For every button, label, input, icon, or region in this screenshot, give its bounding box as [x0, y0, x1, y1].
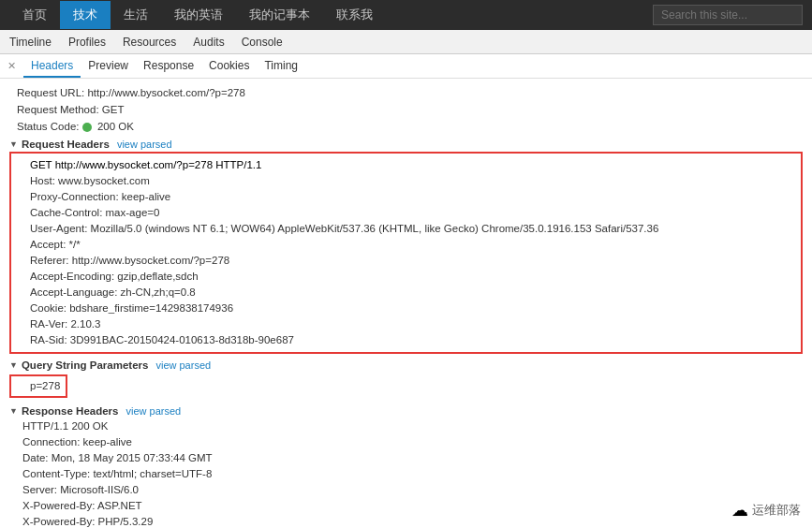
request-headers-section-header[interactable]: ▼ Request Headers view parsed	[9, 139, 803, 150]
triangle-icon-query: ▼	[9, 360, 18, 370]
cloud-icon: ☁	[731, 500, 748, 521]
devtools-nav-audits[interactable]: Audits	[189, 32, 228, 52]
tab-headers[interactable]: Headers	[23, 55, 81, 78]
tab-cookies[interactable]: Cookies	[201, 55, 257, 78]
resp-line-0: HTTP/1.1 200 OK	[22, 418, 803, 434]
request-headers-red-box: GET http://www.bysocket.com/?p=278 HTTP/…	[9, 152, 803, 354]
request-url-label: Request URL:	[17, 87, 84, 98]
resp-line-1: Connection: keep-alive	[22, 434, 803, 450]
request-url-line: Request URL: http://www.bysocket.com/?p=…	[17, 84, 803, 101]
request-tabs-bar: ✕ Headers Preview Response Cookies Timin…	[0, 54, 812, 79]
header-cache: Cache-Control: max-age=0	[30, 205, 795, 221]
resp-line-5: X-Powered-By: ASP.NET	[22, 498, 803, 514]
header-ra-sid: RA-Sid: 3D991BAC-20150424-010613-8d318b-…	[30, 332, 795, 348]
response-view-parsed-link[interactable]: view parsed	[125, 405, 181, 417]
request-method-line: Request Method: GET	[17, 101, 803, 118]
request-method-value: GET	[102, 104, 125, 115]
header-referer: Referer: http://www.bysocket.com/?p=278	[30, 253, 795, 269]
resp-line-2: Date: Mon, 18 May 2015 07:33:44 GMT	[22, 450, 803, 466]
status-code-value: 200 OK	[97, 121, 134, 132]
tab-timing[interactable]: Timing	[257, 55, 305, 78]
tab-close-icon[interactable]: ✕	[6, 56, 18, 76]
nav-item-home[interactable]: 首页	[9, 1, 60, 29]
tab-response[interactable]: Response	[136, 55, 201, 78]
nav-items: 首页 技术 生活 我的英语 我的记事本 联系我	[9, 1, 653, 29]
triangle-icon: ▼	[9, 139, 18, 149]
resp-line-4: Server: Microsoft-IIS/6.0	[22, 482, 803, 498]
query-string-section-header[interactable]: ▼ Query String Parameters view parsed	[9, 359, 803, 371]
resp-line-6: X-Powered-By: PHP/5.3.29	[22, 514, 803, 528]
header-accept-language: Accept-Language: zh-CN,zh;q=0.8	[30, 285, 795, 301]
query-string-value: p=278	[30, 380, 60, 391]
status-line: Status Code: 200 OK	[17, 118, 803, 135]
request-url-value: http://www.bysocket.com/?p=278	[87, 87, 244, 98]
triangle-icon-response: ▼	[9, 406, 18, 416]
response-headers-title: Response Headers	[22, 405, 119, 417]
request-method-label: Request Method:	[17, 104, 99, 115]
header-ra-ver: RA-Ver: 2.10.3	[30, 316, 795, 332]
header-host: Host: www.bysocket.com	[30, 173, 795, 189]
header-accept: Accept: */*	[30, 237, 795, 253]
tab-preview[interactable]: Preview	[81, 55, 136, 78]
status-code-label: Status Code:	[17, 121, 79, 132]
header-proxy: Proxy-Connection: keep-alive	[30, 189, 795, 205]
nav-item-life[interactable]: 生活	[111, 1, 161, 29]
view-parsed-link[interactable]: view parsed	[117, 139, 172, 150]
header-accept-encoding: Accept-Encoding: gzip,deflate,sdch	[30, 269, 795, 285]
query-view-parsed-link[interactable]: view parsed	[155, 359, 211, 371]
watermark: ☁ 运维部落	[731, 500, 801, 521]
devtools-nav-resources[interactable]: Resources	[119, 32, 180, 52]
header-cookie: Cookie: bdshare_firstime=1429838174936	[30, 301, 795, 316]
devtools-navigation: Timeline Profiles Resources Audits Conso…	[0, 30, 812, 54]
nav-item-contact[interactable]: 联系我	[323, 1, 386, 29]
main-content: Request URL: http://www.bysocket.com/?p=…	[0, 79, 812, 528]
search-input[interactable]	[653, 5, 803, 25]
watermark-label: 运维部落	[752, 502, 801, 519]
nav-item-notes[interactable]: 我的记事本	[236, 1, 323, 29]
devtools-nav-profiles[interactable]: Profiles	[65, 32, 110, 52]
response-headers-section-header[interactable]: ▼ Response Headers view parsed	[9, 405, 803, 417]
request-first-line: GET http://www.bysocket.com/?p=278 HTTP/…	[30, 157, 795, 173]
query-string-red-box: p=278	[9, 374, 67, 398]
nav-item-english[interactable]: 我的英语	[161, 1, 236, 29]
nav-item-tech[interactable]: 技术	[60, 1, 111, 29]
request-headers-title: Request Headers	[22, 139, 110, 150]
resp-line-3: Content-Type: text/html; charset=UTF-8	[22, 466, 803, 482]
top-navigation: 首页 技术 生活 我的英语 我的记事本 联系我	[0, 0, 812, 30]
devtools-nav-console[interactable]: Console	[238, 32, 287, 52]
response-headers-block: HTTP/1.1 200 OK Connection: keep-alive D…	[9, 418, 803, 528]
devtools-nav-timeline[interactable]: Timeline	[6, 32, 55, 52]
header-useragent: User-Agent: Mozilla/5.0 (windows NT 6.1;…	[30, 221, 795, 237]
query-string-title: Query String Parameters	[22, 359, 149, 371]
status-green-icon	[82, 123, 92, 132]
